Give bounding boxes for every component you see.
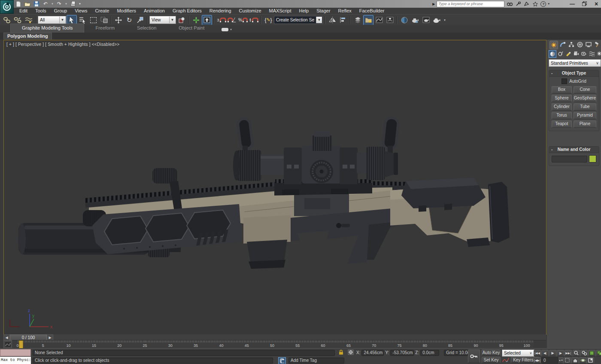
selection-filter-dropdown[interactable]: All▼ — [38, 16, 66, 24]
help-icon[interactable]: ? — [540, 1, 546, 7]
maxscript-macro-recorder[interactable] — [0, 349, 31, 356]
search-input[interactable] — [437, 1, 504, 7]
set-key-button[interactable]: Set Key — [482, 357, 501, 363]
undo-icon[interactable]: ↶ — [42, 1, 49, 7]
ribbon-tab-freeform[interactable]: Freeform — [84, 24, 126, 33]
default-in-out-tangents-icon[interactable] — [502, 357, 509, 363]
plane-primitive-button[interactable]: Plane — [574, 120, 596, 128]
menu-create[interactable]: Create — [91, 8, 113, 14]
object-color-swatch[interactable] — [589, 155, 596, 162]
auto-key-button[interactable]: Auto Key — [482, 349, 501, 356]
maxscript-mini-listener[interactable]: Max to Physc: — [0, 357, 31, 364]
primitive-category-dropdown[interactable]: Standard Primitives ∨ — [549, 59, 601, 67]
torus-primitive-button[interactable]: Torus — [552, 112, 572, 119]
menu-edit[interactable]: Edit — [15, 8, 31, 14]
menu-group[interactable]: Group — [50, 8, 71, 14]
cone-primitive-button[interactable]: Cone — [574, 86, 596, 93]
perspective-viewport[interactable]: [ + ] [ Perspective ] [ Smooth + Highlig… — [3, 40, 546, 335]
favorites-star-icon[interactable] — [532, 1, 539, 7]
qat-dropdown-icon[interactable]: ▾ — [78, 1, 82, 7]
geometry-category-icon[interactable] — [549, 50, 556, 58]
redo-icon[interactable]: ↷ — [55, 1, 63, 7]
help-dropdown-icon[interactable]: ▾ — [548, 2, 549, 6]
time-tag-icon[interactable] — [278, 357, 286, 364]
autogrid-checkbox[interactable] — [562, 78, 567, 84]
schematic-view-icon[interactable] — [385, 15, 395, 25]
align-icon[interactable] — [338, 15, 348, 25]
hierarchy-tab-icon[interactable] — [568, 41, 575, 48]
cameras-category-icon[interactable] — [573, 50, 580, 57]
shapes-category-icon[interactable] — [557, 50, 564, 57]
open-mini-curve-editor-button[interactable] — [3, 340, 12, 349]
close-icon[interactable]: × — [593, 1, 599, 7]
helpers-category-icon[interactable] — [580, 50, 587, 57]
selection-lock-icon[interactable] — [338, 349, 344, 355]
play-button[interactable]: ▶ — [549, 350, 556, 356]
menu-help[interactable]: Help — [295, 8, 313, 14]
spinner-snap-toggle-icon[interactable]: ▲▼ — [249, 15, 259, 25]
pyramid-primitive-button[interactable]: Pyramid — [574, 112, 596, 119]
select-and-move-icon[interactable] — [113, 15, 124, 25]
ribbon-tab-graphite-modeling-tools[interactable]: Graphite Modeling Tools — [10, 24, 84, 33]
zoom-viewport-button[interactable] — [573, 350, 580, 356]
zoom-region-button[interactable] — [564, 357, 571, 364]
new-scene-icon[interactable] — [15, 1, 22, 7]
keyboard-shortcut-override-icon[interactable] — [202, 15, 212, 25]
zoom-extents-all-button[interactable] — [596, 350, 601, 356]
named-selection-sets-dropdown[interactable]: Create Selection Se▼ — [274, 16, 323, 24]
track-bar[interactable]: 0510152025303540455055606570758085909510… — [12, 340, 533, 349]
select-and-scale-icon[interactable] — [135, 15, 145, 25]
ribbon-minimize-icon[interactable] — [222, 28, 228, 31]
snaps-toggle-3d-icon[interactable]: 3 — [216, 15, 227, 25]
search-binoculars-icon[interactable] — [506, 1, 513, 7]
menu-rendering[interactable]: Rendering — [206, 8, 235, 14]
window-crossing-toggle-icon[interactable] — [99, 15, 109, 25]
open-file-icon[interactable] — [24, 1, 31, 7]
subscription-center-icon[interactable] — [523, 1, 530, 7]
add-time-tag-field[interactable]: Add Time Tag — [288, 358, 344, 364]
box-primitive-button[interactable]: Box — [552, 86, 572, 93]
menu-customize[interactable]: Customize — [235, 8, 265, 14]
reference-coordinate-system-dropdown[interactable]: View▼ — [149, 16, 176, 24]
menu-facebuilder[interactable]: FaceBuilder — [355, 8, 389, 14]
render-dropdown-icon[interactable]: ▾ — [442, 15, 447, 25]
create-tab-icon[interactable] — [549, 41, 558, 49]
undo-dropdown-icon[interactable]: ▾ — [51, 1, 54, 7]
pan-view-button[interactable] — [571, 357, 579, 364]
project-folder-icon[interactable] — [69, 1, 77, 7]
angle-snap-toggle-icon[interactable] — [227, 15, 237, 25]
frame-spinner[interactable]: ▲▼ — [559, 357, 563, 364]
scope-rear-flip-cover[interactable] — [382, 117, 398, 153]
y-coord-field[interactable]: -53.705cm — [390, 350, 414, 356]
select-and-manipulate-icon[interactable] — [191, 15, 201, 25]
tube-primitive-button[interactable]: Tube — [574, 103, 596, 111]
rectangular-selection-region-icon[interactable] — [88, 15, 98, 25]
rendered-frame-window-icon[interactable] — [421, 15, 431, 25]
go-to-end-button[interactable]: ▶▶| — [565, 350, 572, 356]
ribbon-tab-object-paint[interactable]: Object Paint — [167, 24, 216, 33]
transform-typein-mode-icon[interactable] — [348, 349, 354, 355]
rifle-scope[interactable] — [233, 131, 398, 184]
infocenter-expand-icon[interactable]: ▶ — [432, 2, 435, 6]
menu-graph-editors[interactable]: Graph Editors — [169, 8, 206, 14]
zoom-all-button[interactable] — [580, 350, 588, 356]
object-name-input[interactable] — [552, 156, 587, 162]
z-coord-field[interactable]: 0.0cm — [420, 350, 439, 356]
key-mode-dropdown[interactable]: Selected ∨ — [502, 349, 534, 357]
sphere-primitive-button[interactable]: Sphere — [552, 95, 572, 102]
save-file-icon[interactable] — [33, 1, 40, 7]
menu-reflex[interactable]: Reflex — [334, 8, 355, 14]
current-frame-marker[interactable] — [19, 340, 23, 349]
communication-center-icon[interactable] — [515, 1, 522, 7]
maximize-viewport-toggle-button[interactable] — [587, 357, 594, 364]
render-production-icon[interactable] — [431, 15, 442, 25]
viewport-3d-model[interactable]: z y x — [4, 40, 546, 334]
menu-tools[interactable]: Tools — [31, 8, 50, 14]
go-to-start-button[interactable]: |◀◀ — [534, 350, 541, 356]
cylinder-primitive-button[interactable]: Cylinder — [552, 103, 572, 111]
utilities-tab-icon[interactable] — [593, 41, 601, 48]
previous-frame-arrow[interactable]: ◀ — [3, 334, 10, 341]
ribbon-minimize-dropdown-icon[interactable]: ▾ — [230, 28, 232, 31]
ribbon-tab-selection[interactable]: Selection — [126, 24, 167, 33]
set-keys-button[interactable] — [468, 349, 480, 363]
